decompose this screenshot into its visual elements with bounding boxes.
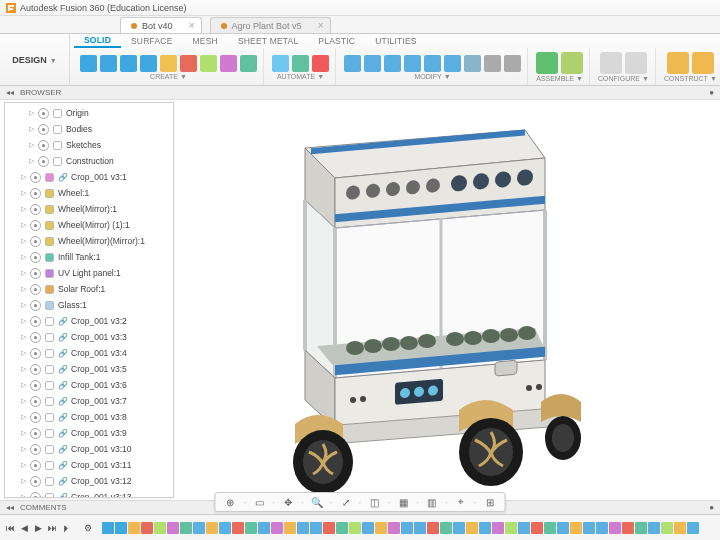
expand-icon[interactable]: ▷	[19, 413, 28, 421]
tool-icon[interactable]	[404, 55, 421, 72]
visibility-icon[interactable]	[30, 460, 41, 471]
tree-item[interactable]: ▷🔗Crop_001 v3:5	[5, 361, 173, 377]
group-label[interactable]: CREATE ▼	[150, 73, 187, 80]
timeline-feature[interactable]	[635, 522, 647, 534]
timeline-feature[interactable]	[128, 522, 140, 534]
tool-icon[interactable]	[504, 55, 521, 72]
display-icon[interactable]: ▦	[396, 495, 410, 509]
timeline-feature[interactable]	[141, 522, 153, 534]
appearance-swatch-icon[interactable]	[53, 125, 62, 134]
timeline-feature[interactable]	[115, 522, 127, 534]
appearance-swatch-icon[interactable]	[45, 333, 54, 342]
timeline-control[interactable]: ⏭	[46, 521, 59, 534]
tree-item[interactable]: ▷Infill Tank:1	[5, 249, 173, 265]
appearance-swatch-icon[interactable]	[45, 413, 54, 422]
appearance-swatch-icon[interactable]	[45, 397, 54, 406]
expand-icon[interactable]: ▷	[19, 349, 28, 357]
ribbon-tab-mesh[interactable]: MESH	[183, 34, 228, 48]
timeline-feature[interactable]	[323, 522, 335, 534]
tree-item[interactable]: ▷🔗Crop_001 v3:6	[5, 377, 173, 393]
visibility-icon[interactable]	[30, 492, 41, 498]
ribbon-tab-surface[interactable]: SURFACE	[121, 34, 183, 48]
timeline-feature[interactable]	[362, 522, 374, 534]
expand-icon[interactable]: ▷	[27, 109, 36, 117]
timeline-feature[interactable]	[583, 522, 595, 534]
tool-icon[interactable]	[292, 55, 309, 72]
fit-icon[interactable]: ⤢	[339, 495, 353, 509]
appearance-swatch-icon[interactable]	[45, 381, 54, 390]
appearance-swatch-icon[interactable]	[45, 349, 54, 358]
appearance-swatch-icon[interactable]	[45, 205, 54, 214]
timeline-feature[interactable]	[596, 522, 608, 534]
expand-icon[interactable]: ▷	[19, 429, 28, 437]
tree-item[interactable]: ▷Solar Roof:1	[5, 281, 173, 297]
tree-item[interactable]: ▷🔗Crop_001 v3:3	[5, 329, 173, 345]
expand-icon[interactable]: ▷	[19, 173, 28, 181]
expand-icon[interactable]: ▷	[19, 237, 28, 245]
timeline-feature[interactable]	[674, 522, 686, 534]
timeline-feature[interactable]	[687, 522, 699, 534]
snap-icon[interactable]: ⌖	[454, 495, 468, 509]
browser-header[interactable]: ◂◂ BROWSER ●	[0, 86, 720, 100]
appearance-swatch-icon[interactable]	[45, 301, 54, 310]
visibility-icon[interactable]	[30, 204, 41, 215]
tree-item[interactable]: ▷Construction	[5, 153, 173, 169]
timeline-feature[interactable]	[245, 522, 257, 534]
timeline-feature[interactable]	[336, 522, 348, 534]
timeline-feature[interactable]	[271, 522, 283, 534]
timeline-control[interactable]: ⏮	[4, 521, 17, 534]
appearance-swatch-icon[interactable]	[45, 493, 54, 498]
appearance-swatch-icon[interactable]	[45, 477, 54, 486]
tool-icon[interactable]	[667, 52, 689, 74]
timeline-control[interactable]: ⏵	[60, 521, 73, 534]
expand-icon[interactable]: ▷	[19, 221, 28, 229]
tree-item[interactable]: ▷🔗Crop_001 v3:2	[5, 313, 173, 329]
timeline-feature[interactable]	[388, 522, 400, 534]
visibility-icon[interactable]	[30, 412, 41, 423]
visibility-icon[interactable]	[38, 124, 49, 135]
expand-icon[interactable]: ▷	[19, 477, 28, 485]
viewport-icon[interactable]: ⊞	[483, 495, 497, 509]
tool-icon[interactable]	[100, 55, 117, 72]
expand-icon[interactable]: ▷	[19, 461, 28, 469]
timeline-feature[interactable]	[102, 522, 114, 534]
appearance-swatch-icon[interactable]	[45, 285, 54, 294]
close-icon[interactable]: ×	[318, 20, 324, 31]
visibility-icon[interactable]	[38, 108, 49, 119]
tree-item[interactable]: ▷UV Light panel:1	[5, 265, 173, 281]
timeline-feature[interactable]	[258, 522, 270, 534]
timeline-feature[interactable]	[414, 522, 426, 534]
visibility-icon[interactable]	[30, 316, 41, 327]
expand-icon[interactable]: ▷	[27, 125, 36, 133]
visibility-icon[interactable]	[30, 428, 41, 439]
tool-icon[interactable]	[384, 55, 401, 72]
group-label[interactable]: AUTOMATE ▼	[277, 73, 324, 80]
appearance-swatch-icon[interactable]	[45, 189, 54, 198]
pan-icon[interactable]: ✥	[281, 495, 295, 509]
tree-item[interactable]: ▷🔗Crop_001 v3:12	[5, 473, 173, 489]
tree-item[interactable]: ▷Wheel(Mirror):1	[5, 201, 173, 217]
timeline-feature[interactable]	[479, 522, 491, 534]
tool-icon[interactable]	[536, 52, 558, 74]
timeline-feature[interactable]	[622, 522, 634, 534]
tool-icon[interactable]	[692, 52, 714, 74]
expand-icon[interactable]: ▷	[19, 253, 28, 261]
visibility-icon[interactable]	[30, 188, 41, 199]
timeline-feature[interactable]	[232, 522, 244, 534]
timeline-feature[interactable]	[505, 522, 517, 534]
tree-item[interactable]: ▷🔗Crop_001 v3:10	[5, 441, 173, 457]
close-icon[interactable]: ×	[189, 20, 195, 31]
tree-item[interactable]: ▷Sketches	[5, 137, 173, 153]
visibility-icon[interactable]	[38, 140, 49, 151]
section-icon[interactable]: ◫	[367, 495, 381, 509]
appearance-swatch-icon[interactable]	[45, 365, 54, 374]
tool-icon[interactable]	[220, 55, 237, 72]
ribbon-tab-utilities[interactable]: UTILITIES	[365, 34, 426, 48]
zoom-icon[interactable]: 🔍	[310, 495, 324, 509]
expand-icon[interactable]: ▷	[19, 365, 28, 373]
visibility-icon[interactable]	[30, 268, 41, 279]
timeline-feature[interactable]	[661, 522, 673, 534]
appearance-swatch-icon[interactable]	[45, 445, 54, 454]
group-label[interactable]: MODIFY ▼	[414, 73, 450, 80]
timeline-feature[interactable]	[284, 522, 296, 534]
